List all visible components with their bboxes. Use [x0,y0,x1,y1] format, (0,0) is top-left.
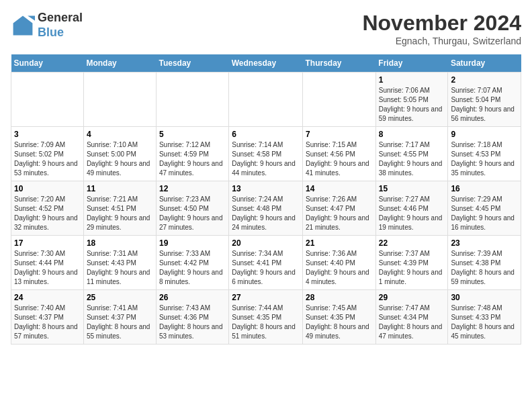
calendar-cell: 4Sunrise: 7:10 AM Sunset: 5:00 PM Daylig… [83,127,156,181]
week-row-5: 24Sunrise: 7:40 AM Sunset: 4:37 PM Dayli… [11,290,521,345]
day-info: Sunrise: 7:27 AM Sunset: 4:46 PM Dayligh… [379,195,445,232]
title-section: November 2024 Egnach, Thurgau, Switzerla… [362,11,521,46]
subtitle: Egnach, Thurgau, Switzerland [362,36,521,46]
day-number: 8 [379,130,445,139]
day-number: 10 [14,184,81,193]
day-info: Sunrise: 7:33 AM Sunset: 4:42 PM Dayligh… [159,249,226,287]
day-info: Sunrise: 7:30 AM Sunset: 4:44 PM Dayligh… [14,249,81,287]
calendar-table: SundayMondayTuesdayWednesdayThursdayFrid… [11,54,521,345]
day-info: Sunrise: 7:20 AM Sunset: 4:52 PM Dayligh… [14,195,81,232]
day-number: 3 [14,130,81,139]
day-info: Sunrise: 7:07 AM Sunset: 5:04 PM Dayligh… [451,86,518,124]
day-number: 12 [159,184,226,193]
day-info: Sunrise: 7:23 AM Sunset: 4:50 PM Dayligh… [159,195,226,232]
day-info: Sunrise: 7:21 AM Sunset: 4:51 PM Dayligh… [87,195,153,232]
calendar-cell: 18Sunrise: 7:31 AM Sunset: 4:43 PM Dayli… [83,236,156,290]
calendar-cell: 9Sunrise: 7:18 AM Sunset: 4:53 PM Daylig… [448,127,521,181]
calendar-cell: 2Sunrise: 7:07 AM Sunset: 5:04 PM Daylig… [448,73,521,127]
day-number: 24 [14,293,81,302]
day-info: Sunrise: 7:40 AM Sunset: 4:37 PM Dayligh… [14,304,81,341]
day-info: Sunrise: 7:36 AM Sunset: 4:40 PM Dayligh… [306,249,373,287]
calendar-cell: 30Sunrise: 7:48 AM Sunset: 4:33 PM Dayli… [448,290,521,345]
day-number: 11 [87,184,153,193]
header-day-friday: Friday [375,54,448,73]
day-info: Sunrise: 7:18 AM Sunset: 4:53 PM Dayligh… [451,140,518,178]
header-row: SundayMondayTuesdayWednesdayThursdayFrid… [11,54,521,73]
main-title: November 2024 [362,11,521,36]
calendar-cell [303,73,376,127]
day-number: 9 [451,130,518,139]
logo-icon [11,13,35,38]
calendar-cell: 7Sunrise: 7:15 AM Sunset: 4:56 PM Daylig… [303,127,376,181]
header-day-sunday: Sunday [11,54,84,73]
day-info: Sunrise: 7:24 AM Sunset: 4:48 PM Dayligh… [232,195,300,232]
calendar-header: SundayMondayTuesdayWednesdayThursdayFrid… [11,54,521,73]
day-number: 18 [87,238,153,248]
calendar-cell: 19Sunrise: 7:33 AM Sunset: 4:42 PM Dayli… [156,236,228,290]
day-number: 7 [306,130,373,139]
day-info: Sunrise: 7:34 AM Sunset: 4:41 PM Dayligh… [232,249,300,287]
calendar-cell: 13Sunrise: 7:24 AM Sunset: 4:48 PM Dayli… [229,181,303,236]
calendar-cell: 6Sunrise: 7:14 AM Sunset: 4:58 PM Daylig… [229,127,303,181]
calendar-cell: 16Sunrise: 7:29 AM Sunset: 4:45 PM Dayli… [448,181,521,236]
calendar-body: 1Sunrise: 7:06 AM Sunset: 5:05 PM Daylig… [11,73,521,345]
header-day-thursday: Thursday [303,54,376,73]
header-day-tuesday: Tuesday [156,54,228,73]
day-info: Sunrise: 7:10 AM Sunset: 5:00 PM Dayligh… [87,140,153,178]
day-info: Sunrise: 7:17 AM Sunset: 4:55 PM Dayligh… [379,140,445,178]
svg-marker-0 [13,15,33,35]
calendar-cell: 8Sunrise: 7:17 AM Sunset: 4:55 PM Daylig… [375,127,448,181]
day-info: Sunrise: 7:47 AM Sunset: 4:34 PM Dayligh… [379,304,445,341]
header-day-saturday: Saturday [448,54,521,73]
week-row-2: 3Sunrise: 7:09 AM Sunset: 5:02 PM Daylig… [11,127,521,181]
calendar-cell [83,73,156,127]
day-info: Sunrise: 7:06 AM Sunset: 5:05 PM Dayligh… [379,86,445,124]
week-row-1: 1Sunrise: 7:06 AM Sunset: 5:05 PM Daylig… [11,73,521,127]
day-number: 13 [232,184,300,193]
day-info: Sunrise: 7:37 AM Sunset: 4:39 PM Dayligh… [379,249,445,287]
logo-text: GeneralBlue [38,11,83,40]
calendar-cell: 23Sunrise: 7:39 AM Sunset: 4:38 PM Dayli… [448,236,521,290]
calendar-cell: 29Sunrise: 7:47 AM Sunset: 4:34 PM Dayli… [375,290,448,345]
calendar-cell: 5Sunrise: 7:12 AM Sunset: 4:59 PM Daylig… [156,127,228,181]
day-info: Sunrise: 7:14 AM Sunset: 4:58 PM Dayligh… [232,140,300,178]
day-number: 30 [451,293,518,302]
day-number: 19 [159,238,226,248]
day-number: 22 [379,238,445,248]
day-info: Sunrise: 7:31 AM Sunset: 4:43 PM Dayligh… [87,249,153,287]
day-info: Sunrise: 7:48 AM Sunset: 4:33 PM Dayligh… [451,304,518,341]
calendar-cell [229,73,303,127]
header: GeneralBlue November 2024 Egnach, Thurga… [11,11,521,46]
day-info: Sunrise: 7:29 AM Sunset: 4:45 PM Dayligh… [451,195,518,232]
week-row-3: 10Sunrise: 7:20 AM Sunset: 4:52 PM Dayli… [11,181,521,236]
day-number: 23 [451,238,518,248]
day-number: 29 [379,293,445,302]
calendar-cell: 17Sunrise: 7:30 AM Sunset: 4:44 PM Dayli… [11,236,84,290]
day-number: 26 [159,293,226,302]
day-number: 28 [306,293,373,302]
day-number: 21 [306,238,373,248]
header-day-wednesday: Wednesday [229,54,303,73]
calendar-cell: 15Sunrise: 7:27 AM Sunset: 4:46 PM Dayli… [375,181,448,236]
day-info: Sunrise: 7:15 AM Sunset: 4:56 PM Dayligh… [306,140,373,178]
day-number: 20 [232,238,300,248]
calendar-cell: 11Sunrise: 7:21 AM Sunset: 4:51 PM Dayli… [83,181,156,236]
calendar-cell: 21Sunrise: 7:36 AM Sunset: 4:40 PM Dayli… [303,236,376,290]
day-info: Sunrise: 7:44 AM Sunset: 4:35 PM Dayligh… [232,304,300,341]
calendar-cell: 12Sunrise: 7:23 AM Sunset: 4:50 PM Dayli… [156,181,228,236]
calendar-cell: 3Sunrise: 7:09 AM Sunset: 5:02 PM Daylig… [11,127,84,181]
day-info: Sunrise: 7:26 AM Sunset: 4:47 PM Dayligh… [306,195,373,232]
calendar-cell: 22Sunrise: 7:37 AM Sunset: 4:39 PM Dayli… [375,236,448,290]
day-info: Sunrise: 7:39 AM Sunset: 4:38 PM Dayligh… [451,249,518,287]
svg-marker-1 [28,15,35,20]
calendar-cell [156,73,228,127]
header-day-monday: Monday [83,54,156,73]
day-number: 2 [451,75,518,85]
calendar-cell: 27Sunrise: 7:44 AM Sunset: 4:35 PM Dayli… [229,290,303,345]
day-number: 1 [379,75,445,85]
calendar-cell: 20Sunrise: 7:34 AM Sunset: 4:41 PM Dayli… [229,236,303,290]
day-info: Sunrise: 7:09 AM Sunset: 5:02 PM Dayligh… [14,140,81,178]
day-number: 16 [451,184,518,193]
day-number: 25 [87,293,153,302]
day-info: Sunrise: 7:12 AM Sunset: 4:59 PM Dayligh… [159,140,226,178]
